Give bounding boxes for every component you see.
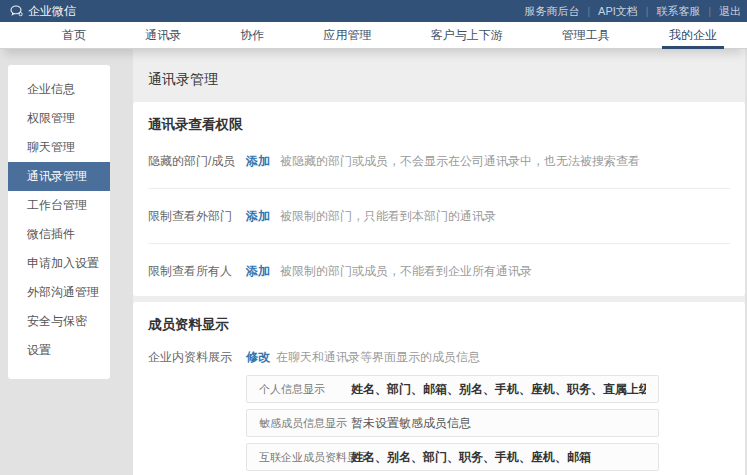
add-restrict-dept-link[interactable]: 添加 — [246, 208, 270, 225]
box-label: 敏感成员信息显示 — [259, 416, 351, 431]
section-view-permissions: 通讯录查看权限 隐藏的部门/成员 添加 被隐藏的部门或成员，不会显示在公司通讯录… — [133, 102, 745, 296]
main-content: 通讯录管理 通讯录查看权限 隐藏的部门/成员 添加 被隐藏的部门或成员，不会显示… — [133, 49, 745, 475]
tab-my-company[interactable]: 我的企业 — [669, 22, 717, 49]
section-member-profile-display: 成员资料显示 企业内资料展示 修改 在聊天和通讯录等界面显示的成员信息 个人信息… — [133, 302, 745, 475]
row-hidden-departments: 隐藏的部门/成员 添加 被隐藏的部门或成员，不会显示在公司通讯录中，也无法被搜索… — [148, 134, 730, 189]
section-title: 成员资料显示 — [148, 302, 730, 334]
tab-collaboration[interactable]: 协作 — [240, 22, 264, 49]
sidebar-item-external-comm[interactable]: 外部沟通管理 — [8, 278, 110, 307]
profile-modify-line: 修改 在聊天和通讯录等界面显示的成员信息 — [246, 349, 730, 366]
sidebar-item-chat-management[interactable]: 聊天管理 — [8, 133, 110, 162]
link-provider-console[interactable]: 服务商后台 — [516, 4, 587, 19]
box-linked-company-info: 互联企业成员资料显示 姓名、别名、部门、职务、手机、座机、邮箱 — [246, 443, 659, 471]
profile-right-column: 修改 在聊天和通讯录等界面显示的成员信息 个人信息显示 姓名、部门、邮箱、别名、… — [246, 349, 730, 475]
tab-admin-tools[interactable]: 管理工具 — [562, 22, 610, 49]
row-description: 被限制的部门或成员，不能看到企业所有通讯录 — [280, 263, 532, 280]
modify-link[interactable]: 修改 — [246, 349, 270, 366]
box-value: 暂未设置敏感成员信息 — [351, 415, 471, 432]
profile-info-boxes: 个人信息显示 姓名、部门、邮箱、别名、手机、座机、职务、直属上级、官网、测...… — [246, 375, 730, 475]
brand: 企业微信 — [10, 3, 76, 20]
sidebar-item-settings[interactable]: 设置 — [8, 336, 110, 365]
row-description: 在聊天和通讯录等界面显示的成员信息 — [276, 349, 480, 366]
row-label: 企业内资料展示 — [148, 349, 246, 366]
sidebar-item-workbench[interactable]: 工作台管理 — [8, 191, 110, 220]
box-value: 姓名、别名、部门、职务、手机、座机、邮箱 — [351, 449, 591, 466]
page-title: 通讯录管理 — [148, 71, 745, 89]
brand-title: 企业微信 — [28, 3, 76, 20]
add-hidden-link[interactable]: 添加 — [246, 153, 270, 170]
link-api-docs[interactable]: API文档 — [590, 4, 646, 19]
link-contact-support[interactable]: 联系客服 — [648, 4, 708, 19]
tab-app-management[interactable]: 应用管理 — [323, 22, 371, 49]
row-label: 限制查看所有人 — [148, 263, 246, 280]
box-sensitive-info: 敏感成员信息显示 暂未设置敏感成员信息 — [246, 409, 659, 437]
row-internal-profile: 企业内资料展示 修改 在聊天和通讯录等界面显示的成员信息 个人信息显示 姓名、部… — [148, 349, 730, 475]
row-label: 限制查看外部门 — [148, 208, 246, 225]
sidebar-item-contacts-management[interactable]: 通讯录管理 — [8, 162, 110, 191]
box-personal-info: 个人信息显示 姓名、部门、邮箱、别名、手机、座机、职务、直属上级、官网、测... — [246, 375, 659, 403]
sidebar-item-permissions[interactable]: 权限管理 — [8, 104, 110, 133]
box-label: 互联企业成员资料显示 — [259, 450, 351, 465]
primary-nav: 首页 通讯录 协作 应用管理 客户与上下游 管理工具 我的企业 — [0, 22, 747, 49]
box-label: 个人信息显示 — [259, 382, 351, 397]
section-title: 通讯录查看权限 — [148, 102, 730, 134]
tab-contacts[interactable]: 通讯录 — [145, 22, 181, 49]
box-value: 姓名、部门、邮箱、别名、手机、座机、职务、直属上级、官网、测... — [351, 381, 646, 398]
row-restrict-everyone: 限制查看所有人 添加 被限制的部门或成员，不能看到企业所有通讯录 — [148, 244, 730, 298]
row-description: 被隐藏的部门或成员，不会显示在公司通讯录中，也无法被搜索查看 — [280, 153, 640, 170]
sidebar-item-company-info[interactable]: 企业信息 — [8, 75, 110, 104]
add-restrict-all-link[interactable]: 添加 — [246, 263, 270, 280]
row-description: 被限制的部门，只能看到本部门的通讯录 — [280, 208, 496, 225]
topbar-links: 服务商后台 | API文档 | 联系客服 | 退出 — [516, 4, 747, 19]
sidebar-item-join-settings[interactable]: 申请加入设置 — [8, 249, 110, 278]
tab-home[interactable]: 首页 — [62, 22, 86, 49]
row-label: 隐藏的部门/成员 — [148, 153, 246, 170]
link-logout[interactable]: 退出 — [711, 4, 747, 19]
sidebar-item-wechat-plugin[interactable]: 微信插件 — [8, 220, 110, 249]
top-bar: 企业微信 服务商后台 | API文档 | 联系客服 | 退出 — [0, 0, 747, 22]
tab-customers[interactable]: 客户与上下游 — [431, 22, 503, 49]
sidebar-item-security[interactable]: 安全与保密 — [8, 307, 110, 336]
wework-bubble-icon — [10, 5, 23, 17]
row-restrict-other-departments: 限制查看外部门 添加 被限制的部门，只能看到本部门的通讯录 — [148, 189, 730, 244]
settings-sidebar: 企业信息 权限管理 聊天管理 通讯录管理 工作台管理 微信插件 申请加入设置 外… — [8, 65, 110, 379]
